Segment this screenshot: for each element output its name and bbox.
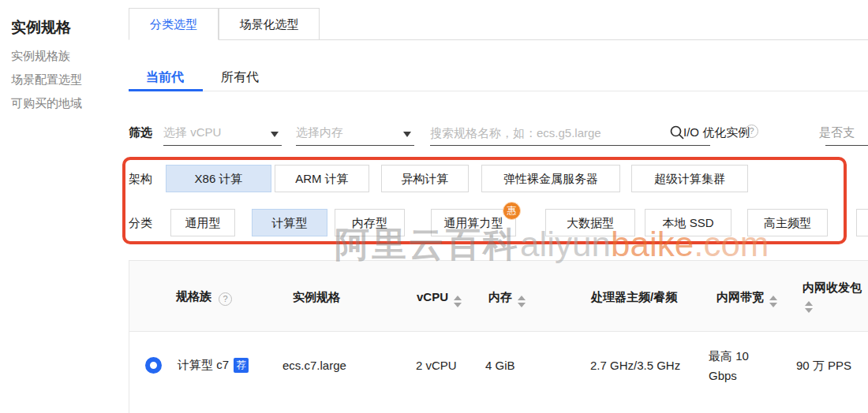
sort-icon[interactable]	[769, 296, 777, 307]
cat-chip-partial[interactable]	[856, 209, 868, 236]
row-radio-selected[interactable]	[145, 357, 162, 374]
io-help-icon[interactable]: ?	[745, 125, 758, 138]
col-bandwidth: 内网带宽	[716, 290, 777, 307]
arch-chip-x86[interactable]: X86 计算	[166, 165, 271, 192]
tab-category-selection[interactable]: 分类选型	[129, 8, 219, 40]
spec-search	[430, 120, 710, 146]
memory-select[interactable]: 选择内存	[296, 120, 414, 146]
sidebar-item-spec-family[interactable]: 实例规格族	[11, 49, 70, 64]
category-label: 分类	[129, 216, 152, 231]
arch-chip-heterogeneous[interactable]: 异构计算	[381, 165, 469, 192]
cell-spec-family: 计算型 c7荐	[178, 358, 249, 373]
subtab-divider	[129, 91, 868, 91]
vcpu-select-placeholder: 选择 vCPU	[163, 125, 221, 140]
sidebar-item-regions[interactable]: 可购买的地域	[11, 96, 82, 111]
instance-spec-page: 实例规格 实例规格族 场景配置选型 可购买的地域 分类选型 场景化选型 当前代 …	[0, 0, 868, 413]
spec-table: 规格族 ? 实例规格 vCPU 内存 处理器主频/睿频 内网带宽 内网收发包 计…	[129, 260, 868, 413]
table-row[interactable]: 计算型 c7荐 ecs.c7.large 2 vCPU 4 GiB 2.7 GH…	[129, 332, 868, 413]
cell-pps: 90 万 PPS	[796, 359, 851, 374]
search-input[interactable]	[430, 121, 683, 143]
tab-all-generations[interactable]: 所有代	[221, 69, 259, 86]
recommended-badge: 荐	[234, 358, 249, 373]
col-memory: 内存	[488, 290, 526, 307]
col-spec-family: 规格族 ?	[176, 289, 232, 306]
active-subtab-indicator	[129, 89, 203, 91]
search-icon[interactable]	[669, 125, 685, 143]
cat-chip-bigdata[interactable]: 大数据型	[545, 209, 635, 236]
tab-scenario-selection[interactable]: 场景化选型	[219, 8, 320, 40]
arch-chip-supercomputing[interactable]: 超级计算集群	[631, 165, 748, 192]
sort-icon[interactable]	[518, 296, 526, 307]
cat-chip-memory[interactable]: 内存型	[335, 209, 405, 236]
architecture-label: 架构	[129, 172, 152, 187]
table-header: 规格族 ? 实例规格 vCPU 内存 处理器主频/睿频 内网带宽 内网收发包	[129, 261, 868, 332]
cell-memory: 4 GiB	[485, 359, 515, 372]
support-filter-truncated[interactable]: 是否支	[819, 125, 855, 140]
col-vcpu: vCPU	[417, 290, 462, 307]
vcpu-select[interactable]: 选择 vCPU	[163, 120, 282, 146]
cat-chip-highfreq[interactable]: 高主频型	[747, 209, 828, 236]
tab-current-generation[interactable]: 当前代	[146, 69, 184, 86]
io-optimized-label: I/O 优化实例	[683, 125, 750, 140]
cell-frequency: 2.7 GHz/3.5 GHz	[590, 359, 680, 372]
discount-badge: 惠	[503, 202, 521, 220]
col-frequency: 处理器主频/睿频	[591, 290, 677, 305]
cat-chip-compute[interactable]: 计算型	[252, 209, 327, 236]
page-title: 实例规格	[11, 17, 71, 38]
memory-select-placeholder: 选择内存	[296, 125, 343, 140]
cat-chip-localssd[interactable]: 本地 SSD	[645, 209, 731, 236]
chevron-down-icon	[403, 132, 411, 137]
sort-icon[interactable]	[454, 296, 462, 307]
cell-instance-spec: ecs.c7.large	[282, 359, 346, 372]
sort-icon[interactable]	[805, 301, 813, 313]
cat-chip-general[interactable]: 通用型	[170, 209, 235, 236]
cell-bandwidth: 最高 10 Gbps	[709, 346, 769, 385]
sidebar-item-scenario-config[interactable]: 场景配置选型	[11, 73, 82, 87]
col-pps: 内网收发包	[803, 281, 862, 313]
col-instance-spec: 实例规格	[293, 290, 340, 305]
spec-family-help-icon[interactable]: ?	[219, 292, 232, 306]
filter-label: 筛选	[129, 125, 152, 140]
arch-chip-baremetal[interactable]: 弹性裸金属服务器	[481, 165, 620, 192]
chevron-down-icon	[271, 132, 279, 137]
arch-chip-arm[interactable]: ARM 计算	[275, 165, 369, 192]
support-filter-underline	[825, 145, 868, 146]
cell-vcpu: 2 vCPU	[416, 359, 457, 372]
